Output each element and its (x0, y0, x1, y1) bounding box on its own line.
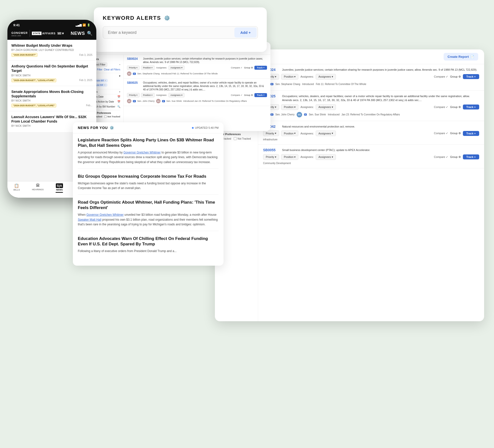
list-item[interactable]: Biz Groups Oppose Increasing Corporate I… (78, 174, 219, 195)
keyword-input[interactable] (103, 27, 233, 38)
chevron-icon: ▾ (275, 132, 276, 135)
bill-number: SB0025 (127, 81, 141, 85)
track-button[interactable]: Track + (254, 66, 267, 70)
action-text: infrastructure (263, 138, 277, 141)
phone-nav-center: MI ▾ NEWS (58, 31, 85, 36)
chevron-icon: ▾ (136, 66, 138, 69)
not-tracked-checkbox[interactable]: Not Tracked (104, 115, 120, 118)
news-date: Feb 3, 2025 (79, 54, 92, 56)
action-intro: Introduced (328, 113, 339, 116)
assignees-button[interactable]: Assignees ▾ (168, 93, 185, 97)
assignees-button[interactable]: Assignees ▾ (168, 65, 185, 70)
action-text: Community Development (263, 162, 291, 165)
not-tracked-checkbox[interactable]: Not Tracked (234, 137, 251, 140)
phone-logo: GONGWER SINCE 1906 STATE AFFAIRS (11, 30, 56, 37)
group-button[interactable]: Group ⚙ (450, 132, 461, 135)
priority-button[interactable]: Priority ▾ (263, 130, 279, 136)
list-item[interactable]: Education Advocates Warn Of Chilling Eff… (78, 236, 219, 257)
action-date: Jan 23: Referred To Committee On Regulat… (342, 113, 400, 116)
avatar: SS (156, 99, 161, 103)
position-button[interactable]: Position ▾ (281, 74, 298, 80)
compare-button[interactable]: Compare ✓ (231, 94, 243, 96)
news-card-header: NEWS FOR YOU ⚙️ UPDATED 5:40 PM (73, 122, 224, 133)
bill-header: SB0024 Juveniles; juvenile justice servi… (263, 68, 479, 72)
filter-icon[interactable]: ⚙️ (110, 126, 114, 130)
track-button[interactable]: Track + (463, 74, 479, 79)
keyword-alerts-title: KEYWORD ALERTS (103, 15, 161, 21)
news-date: Feb... (86, 104, 92, 107)
group-button[interactable]: Group ⚙ (244, 66, 253, 69)
priority-button[interactable]: Priority ▾ (127, 65, 140, 70)
assignees-label: Assignees: (300, 75, 314, 78)
chevron-icon: ▾ (275, 75, 276, 78)
track-button[interactable]: Track + (254, 93, 267, 97)
list-item[interactable]: Road Orgs Optimistic About Whitmer, Hall… (78, 200, 219, 231)
remove-senate-bill[interactable]: × (105, 79, 106, 82)
group-button[interactable]: Group ⚙ (244, 94, 253, 96)
add-keyword-button[interactable]: Add + (234, 27, 257, 38)
list-item[interactable]: Senate Appropriations Moves Book-Closing… (7, 86, 96, 111)
assignees-button[interactable]: Assignees ▾ (316, 104, 336, 110)
position-button[interactable]: Position ▾ (281, 104, 298, 110)
senator-row: JC D Sen. John Cherry SS D Sen. Sue Shin… (263, 112, 479, 117)
assignees-button[interactable]: Assignees ▾ (316, 130, 336, 136)
news-date: Feb 3, 2025 (79, 79, 92, 82)
list-item[interactable]: Whitmer Budget Mostly Under Wraps BY ZAC… (7, 40, 96, 61)
compare-button[interactable]: Compare ✓ (434, 132, 448, 135)
phone-search-icon[interactable]: 🔍 (87, 31, 92, 36)
position-button[interactable]: Position ▾ (141, 93, 155, 97)
track-button[interactable]: Track + (463, 131, 479, 136)
position-button[interactable]: Position ▾ (141, 65, 155, 70)
settings-icon[interactable]: ⚙️ (164, 15, 170, 21)
bill-actions-row: Priority ▾ Position ▾ Assignees: Assigne… (263, 104, 479, 110)
compare-button[interactable]: Compare ✓ (434, 155, 448, 159)
priority-button[interactable]: Priority ▾ (263, 154, 279, 160)
governor-link[interactable]: Governor Gretchen Whitmer (124, 151, 161, 154)
story-body: When Governor Gretchen Whitmer unveiled … (78, 213, 219, 227)
governor-link-2[interactable]: Governor Gretchen Whitmer (86, 213, 124, 216)
battery-icon: 🔋 (87, 23, 90, 27)
large-create-report-button[interactable]: Create Report 📄 (444, 53, 478, 61)
nav-item-bills[interactable]: 📋 BILLS (13, 183, 20, 193)
assignees-button[interactable]: Assignees ▾ (316, 74, 336, 80)
news-tags-row: "2025-2026 BUDGET", "LEGISLATURE" Feb 3,… (11, 78, 92, 82)
search-icon: 🔍 (117, 105, 120, 108)
position-button[interactable]: Position ▾ (281, 154, 298, 160)
track-button[interactable]: Track + (463, 154, 479, 159)
action-intro: Introduced (302, 83, 314, 85)
compare-button[interactable]: Compare ✓ (434, 106, 448, 109)
senator-row: infrastructure (263, 138, 479, 141)
group-button[interactable]: Group ⚙ (450, 106, 461, 109)
user-pref-row: Tracked Not Tracked (218, 137, 254, 140)
news-tag: "2025-2026 BUDGET", "LEGISLATURE" (11, 78, 56, 82)
news-title: Anthony Questions Hall On September Budg… (11, 64, 92, 73)
position-button[interactable]: Position ▾ (281, 130, 298, 136)
remove-house-bill[interactable]: × (104, 84, 105, 86)
list-item[interactable]: Legislature Reaction Splits Along Party … (78, 137, 219, 169)
compare-button[interactable]: Compare ✓ (231, 66, 243, 69)
bill-header: SB0024 Juveniles; juvenile justice servi… (127, 57, 267, 64)
hearings-icon: 🏛 (36, 183, 40, 188)
bill-number: SB0055 (263, 148, 279, 152)
nav-item-news[interactable]: S|A NEWS (56, 183, 63, 193)
status-time: 9:41 (13, 23, 20, 27)
senator-name: Sen. John Cherry (275, 113, 295, 116)
nav-item-hearings[interactable]: 🏛 HEARINGS (32, 183, 44, 193)
clear-filters-link[interactable]: Clear all Filters (104, 68, 120, 71)
mi-selector[interactable]: MI ▾ (58, 31, 64, 35)
track-button[interactable]: Track + (463, 105, 479, 109)
news-tag: "2025-2026 BUDGET" (11, 53, 38, 57)
compare-button[interactable]: Compare ✓ (434, 75, 448, 78)
speaker-link[interactable]: Speaker Matt Hall (78, 218, 101, 221)
table-row: SB0025 Occupations; vehicles, dealers, a… (258, 91, 484, 121)
phone-nav-title: NEWS (71, 31, 85, 36)
chevron-icon: ▾ (332, 155, 333, 159)
wifi-icon: 📶 (82, 23, 86, 27)
group-button[interactable]: Group ⚙ (450, 155, 461, 159)
list-item[interactable]: Anthony Questions Hall On September Budg… (7, 61, 96, 86)
assignees-label: Assignees: (300, 155, 314, 158)
group-button[interactable]: Group ⚙ (450, 75, 461, 78)
priority-button[interactable]: Priority ▾ (127, 93, 140, 97)
checkbox-icon (234, 137, 237, 140)
assignees-button[interactable]: Assignees ▾ (316, 154, 336, 160)
